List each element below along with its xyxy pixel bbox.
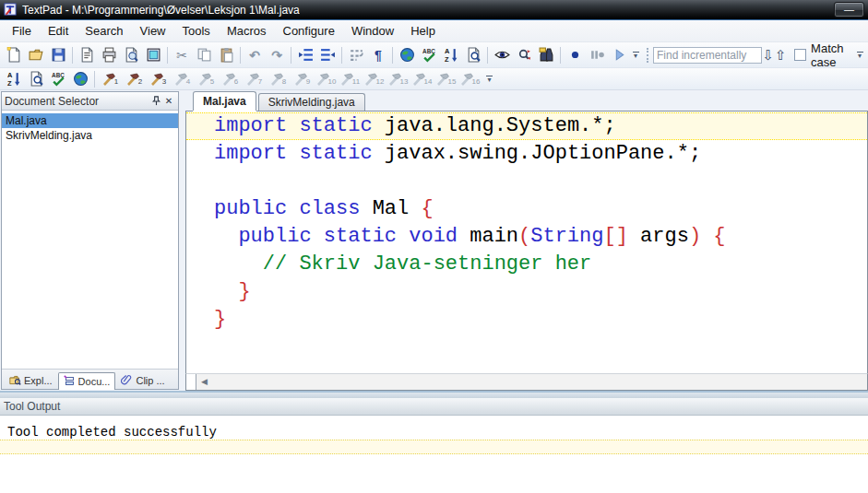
undo-icon: ↶ (249, 47, 260, 64)
document-view-button[interactable] (142, 45, 164, 65)
binoculars-button[interactable] (535, 45, 557, 65)
tool-hammer-12-button[interactable]: 12 (362, 69, 386, 88)
tool-hammer-15-button[interactable]: 15 (434, 69, 458, 88)
menu-item-help[interactable]: Help (402, 21, 444, 41)
menu-item-edit[interactable]: Edit (40, 21, 77, 41)
record-macro-button[interactable] (564, 45, 586, 65)
document-view-icon (146, 47, 161, 63)
code-editor[interactable]: import static java.lang.System.*;import … (185, 111, 868, 373)
panel-tab-clip[interactable]: Clip ... (115, 371, 170, 389)
tool-hammer-16-button[interactable]: 16 (458, 69, 482, 88)
vertical-splitter[interactable] (179, 90, 185, 391)
pause-macro-button[interactable] (586, 45, 608, 65)
code-line-8[interactable]: } (186, 306, 867, 334)
indent-button[interactable] (316, 45, 339, 65)
globe-button[interactable] (69, 69, 91, 89)
open-folder-button[interactable] (25, 45, 47, 65)
toolbar-overflow-icon[interactable]: ▾ (632, 46, 639, 65)
toolbar-separator (240, 47, 241, 64)
menu-item-macros[interactable]: Macros (219, 21, 275, 41)
play-macro-button[interactable] (608, 45, 630, 65)
tool-hammer-5-button[interactable]: 5 (194, 69, 218, 88)
find-in-files-button[interactable] (462, 45, 484, 65)
horizontal-scrollbar[interactable]: ◀ (185, 373, 868, 391)
view-eye-button[interactable] (491, 45, 513, 65)
undo-button[interactable]: ↶ (244, 45, 266, 65)
tool-hammer-7-button[interactable]: 7 (242, 69, 266, 88)
tool-hammer-1-button[interactable]: 1 (98, 69, 122, 88)
code-line-1[interactable]: import static java.lang.System.*; (186, 112, 867, 140)
cut-button[interactable]: ✂ (171, 45, 193, 65)
find-previous-button[interactable]: ⇧ (775, 45, 788, 65)
document-item-1[interactable]: SkrivMelding.java (2, 128, 178, 143)
find-incrementally-input[interactable] (653, 47, 762, 64)
horizontal-splitter[interactable] (0, 391, 868, 398)
tool-hammer-14-button[interactable]: 14 (410, 69, 434, 88)
code-line-6[interactable]: // Skriv Java-setninger her (186, 251, 867, 278)
document-item-0[interactable]: Mal.java (2, 113, 178, 128)
minimize-button[interactable]: — (834, 2, 864, 18)
tool-hammer-4-button[interactable]: 4 (170, 69, 194, 88)
paste-button[interactable] (215, 45, 237, 65)
editor-tab-bar: Mal.javaSkrivMelding.java (185, 90, 868, 111)
tool-hammer-8-button[interactable]: 8 (266, 69, 290, 88)
spell-check-button[interactable]: ABC (47, 69, 69, 89)
toolbar-separator (341, 47, 342, 64)
editor-tab-skrivmelding-java[interactable]: SkrivMelding.java (258, 93, 365, 111)
scroll-left-icon[interactable]: ◀ (196, 374, 212, 390)
find-in-files-button[interactable] (25, 69, 47, 89)
code-line-7[interactable]: } (186, 278, 867, 306)
spell-check-button[interactable]: ABC (418, 45, 440, 65)
copy-button[interactable] (193, 45, 215, 65)
indent-icon (320, 47, 336, 63)
toolbar-main: ✂↶↷¶ABCAZ ▾ ⇩ ⇧ Match case ▾ (0, 42, 868, 68)
unindent-button[interactable] (294, 45, 316, 65)
scrollbar-splitter-box[interactable] (186, 374, 196, 390)
tool-hammer-3-button[interactable]: 3 (146, 69, 170, 88)
document-properties-button[interactable] (76, 45, 98, 65)
match-case-checkbox[interactable] (794, 49, 806, 61)
tool-hammer-6-button[interactable]: 6 (218, 69, 242, 88)
code-segment: args (628, 225, 689, 248)
globe-button[interactable] (396, 45, 418, 65)
spell-check-icon: ABC (422, 47, 437, 63)
menu-item-configure[interactable]: Configure (275, 21, 343, 41)
print-button[interactable] (98, 45, 120, 65)
pin-icon[interactable] (149, 95, 162, 108)
document-selector-title: Document Selector (5, 95, 149, 108)
find-toolbar-grip[interactable] (647, 48, 649, 63)
incremental-search-button[interactable] (513, 45, 535, 65)
close-panel-icon[interactable]: ✕ (162, 95, 175, 108)
tool-hammer-9-button[interactable]: 9 (290, 69, 314, 88)
tool-hammer-11-button[interactable]: 11 (338, 69, 362, 88)
editor-tab-mal-java[interactable]: Mal.java (193, 91, 256, 111)
save-button[interactable] (47, 45, 69, 65)
panel-tab-docu[interactable]: Docu... (58, 372, 116, 390)
sort-az-button[interactable]: AZ (3, 69, 25, 89)
menu-item-search[interactable]: Search (77, 21, 131, 41)
word-wrap-button[interactable] (345, 45, 367, 65)
menu-item-file[interactable]: File (4, 21, 40, 41)
sort-az-button[interactable]: AZ (440, 45, 462, 65)
code-line-4[interactable]: public class Mal { (186, 195, 867, 223)
print-preview-button[interactable] (120, 45, 142, 65)
tools-toolbar-overflow-icon[interactable]: ▾ (483, 70, 495, 88)
find-toolbar-overflow-icon[interactable]: ▾ (856, 46, 863, 65)
tool-hammer-2-button[interactable]: 2 (122, 69, 146, 88)
pilcrow-button[interactable]: ¶ (367, 45, 389, 65)
menu-item-tools[interactable]: Tools (174, 21, 219, 41)
code-line-2[interactable]: import static javax.swing.JOptionPane.*; (186, 140, 867, 168)
new-file-button[interactable] (3, 45, 25, 65)
pause-macro-icon (589, 47, 605, 63)
find-next-button[interactable]: ⇩ (762, 45, 775, 65)
hammer-number: 9 (306, 77, 310, 86)
code-line-5[interactable]: public static void main(String[] args) { (186, 223, 867, 251)
menu-item-view[interactable]: View (132, 21, 174, 41)
code-line-3[interactable] (186, 168, 867, 195)
redo-button[interactable]: ↷ (266, 45, 288, 65)
tool-hammer-10-button[interactable]: 10 (314, 69, 338, 88)
tool-output-body[interactable]: Tool completed successfully (0, 416, 868, 493)
tool-hammer-13-button[interactable]: 13 (386, 69, 410, 88)
menu-item-window[interactable]: Window (343, 21, 402, 41)
panel-tab-expl[interactable]: Expl... (4, 371, 58, 389)
